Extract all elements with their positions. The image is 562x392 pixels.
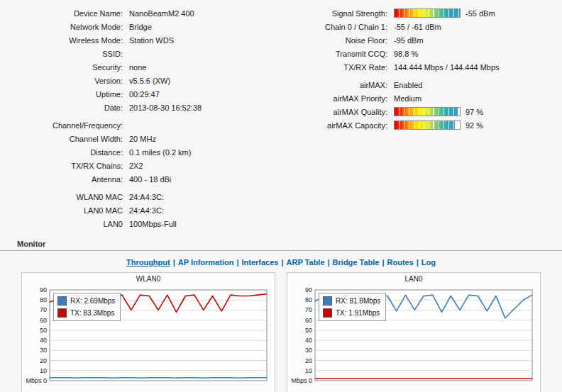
tab-separator: | [414, 258, 422, 267]
legend-entry-rx: RX: 81.8Mbps [323, 296, 380, 306]
field-label: Antenna: [6, 175, 129, 184]
status-row-txrx-chains: TX/RX Chains:2X2 [6, 159, 291, 172]
field-value: 24:A4:3C: [129, 193, 164, 201]
field-label: Distance: [6, 148, 129, 157]
monitor-tabs: Throughput|AP Information|Interfaces|ARP… [0, 251, 562, 271]
status-row-wlan0-mac: WLAN0 MAC24:A4:3C: [6, 190, 291, 203]
chart-plot: 908070605040302010Mbps 0RX: 2.69MbpsTX: … [22, 284, 275, 391]
field-value: -55 / -61 dBm [394, 23, 441, 31]
field-value: 2X2 [129, 162, 143, 170]
field-label: TX/RX Chains: [6, 162, 129, 170]
svg-text:90: 90 [40, 286, 47, 293]
field-label: LAN0 [6, 220, 129, 228]
legend-entry-rx: RX: 2.69Mbps [57, 296, 115, 306]
signal-strength-meter [394, 9, 461, 18]
status-row-channel-frequency: Channel/Frequency: [6, 118, 291, 132]
field-label: Chain 0 / Chain 1: [291, 23, 394, 31]
status-row-airmax-capacity: airMAX Capacity: 92 % [291, 118, 556, 132]
tab-separator: | [278, 258, 286, 267]
field-value: 98.8 % [394, 50, 418, 58]
tx-color-swatch [57, 308, 67, 318]
tab-log[interactable]: Log [422, 258, 436, 267]
legend-entry-tx: TX: 83.3Mbps [57, 308, 115, 318]
svg-text:60: 60 [305, 317, 312, 324]
status-row-date: Date:2013-08-30 16:52:38 [6, 101, 291, 114]
status-row-wireless-mode: Wireless Mode:Station WDS [6, 33, 291, 47]
status-row-airmax: airMAX:Enabled [291, 78, 556, 91]
field-value: NanoBeamM2 400 [129, 9, 194, 18]
legend-entry-tx: TX: 1.91Mbps [323, 308, 380, 318]
throughput-chart-wlan0: WLAN0 908070605040302010Mbps 0RX: 2.69Mb… [21, 272, 275, 392]
field-label: Version: [6, 77, 129, 85]
field-value: 0.1 miles (0.2 km) [129, 148, 191, 157]
tab-routes[interactable]: Routes [387, 258, 414, 267]
status-row-signal-strength: Signal Strength: -55 dBm [291, 6, 556, 20]
field-label: airMAX: [291, 81, 394, 89]
svg-text:50: 50 [305, 327, 312, 334]
field-value: -95 dBm [394, 36, 424, 45]
status-row-security: Security:none [6, 60, 291, 74]
status-row-txrx-rate: TX/RX Rate:144.444 Mbps / 144.444 Mbps [291, 60, 556, 74]
svg-text:10: 10 [305, 367, 312, 374]
field-label: Uptime: [6, 90, 129, 99]
field-value: none [129, 63, 146, 72]
legend-label: TX: 1.91Mbps [336, 309, 380, 317]
svg-text:80: 80 [305, 296, 312, 303]
tab-arp-table[interactable]: ARP Table [287, 258, 325, 267]
tab-separator: | [379, 258, 387, 267]
field-value: 144.444 Mbps / 144.444 Mbps [394, 63, 500, 72]
throughput-chart-lan0: LAN0 908070605040302010Mbps 0RX: 81.8Mbp… [287, 272, 541, 392]
svg-text:Mbps 0: Mbps 0 [26, 377, 47, 384]
field-value: Enabled [394, 81, 422, 89]
status-left-column: Device Name:NanoBeamM2 400 Network Mode:… [6, 6, 291, 230]
field-value: 400 - 18 dBi [129, 175, 171, 184]
rx-color-swatch [323, 296, 332, 306]
svg-text:10: 10 [40, 367, 47, 374]
field-label: airMAX Capacity: [291, 121, 394, 130]
legend-label: RX: 81.8Mbps [336, 297, 380, 305]
throughput-charts: WLAN0 908070605040302010Mbps 0RX: 2.69Mb… [0, 271, 562, 392]
monitor-section-title: Monitor [0, 237, 562, 251]
field-value: -55 dBm [465, 9, 495, 18]
field-value: Bridge [129, 23, 152, 31]
status-row-network-mode: Network Mode:Bridge [6, 20, 291, 33]
airmax-capacity-meter [394, 121, 461, 130]
field-label: SSID: [6, 50, 129, 58]
chart-title: LAN0 [287, 275, 540, 284]
svg-text:80: 80 [40, 296, 47, 303]
field-value: 92 % [465, 121, 483, 130]
svg-text:90: 90 [305, 286, 312, 293]
field-value: 2013-08-30 16:52:38 [129, 103, 202, 112]
chart-title: WLAN0 [22, 275, 275, 284]
tab-throughput[interactable]: Throughput [126, 258, 170, 267]
status-row-ssid: SSID: [6, 47, 291, 60]
chart-plot: 908070605040302010Mbps 0RX: 81.8MbpsTX: … [287, 284, 540, 391]
status-row-chains: Chain 0 / Chain 1:-55 / -61 dBm [291, 20, 556, 33]
status-row-antenna: Antenna:400 - 18 dBi [6, 172, 291, 186]
status-row-device-name: Device Name:NanoBeamM2 400 [6, 6, 291, 20]
status-row-noise-floor: Noise Floor:-95 dBm [291, 33, 556, 47]
chart-legend: RX: 81.8MbpsTX: 1.91Mbps [319, 293, 386, 321]
field-label: Noise Floor: [291, 36, 394, 45]
status-row-transmit-ccq: Transmit CCQ:98.8 % [291, 47, 556, 60]
field-value: v5.5.6 (XW) [129, 77, 170, 85]
tx-color-swatch [323, 308, 332, 318]
svg-text:50: 50 [40, 327, 47, 334]
status-row-uptime: Uptime:00:29:47 [6, 87, 291, 101]
tab-ap-information[interactable]: AP Information [178, 258, 234, 267]
field-label: Channel/Frequency: [6, 121, 129, 130]
tab-interfaces[interactable]: Interfaces [241, 258, 278, 267]
legend-label: TX: 83.3Mbps [70, 309, 114, 317]
svg-text:30: 30 [40, 347, 47, 354]
field-value: Medium [394, 94, 422, 103]
svg-text:40: 40 [40, 337, 47, 344]
tab-bridge-table[interactable]: Bridge Table [333, 258, 380, 267]
svg-text:Mbps 0: Mbps 0 [291, 377, 312, 384]
chart-legend: RX: 2.69MbpsTX: 83.3Mbps [53, 293, 121, 321]
status-row-airmax-priority: airMAX Priority:Medium [291, 91, 556, 105]
svg-text:70: 70 [305, 306, 312, 313]
svg-text:60: 60 [40, 317, 47, 324]
field-label: Signal Strength: [291, 9, 394, 18]
field-value: Station WDS [129, 36, 174, 45]
status-section: Device Name:NanoBeamM2 400 Network Mode:… [0, 0, 562, 233]
